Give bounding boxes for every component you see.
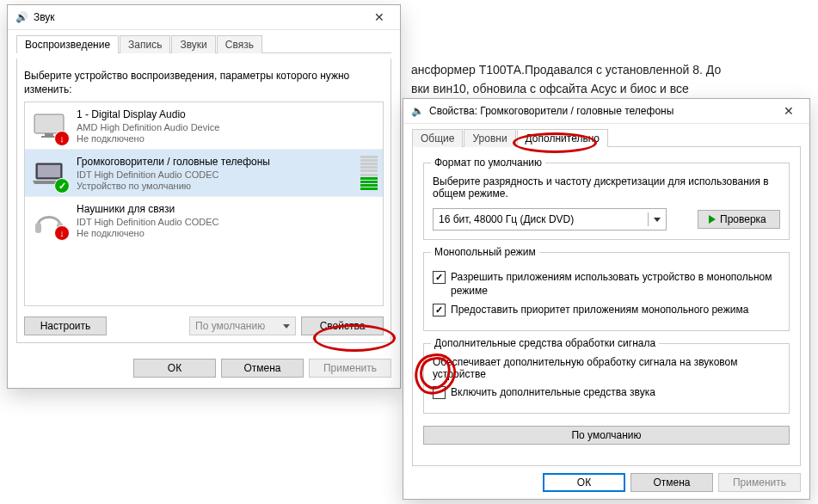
checkbox-icon	[433, 271, 446, 284]
device-status: Не подключено	[77, 133, 219, 144]
close-button[interactable]: ✕	[362, 5, 397, 29]
disconnected-badge-icon: ↓	[54, 225, 70, 241]
disconnected-badge-icon: ↓	[54, 131, 70, 146]
chevron-down-icon	[648, 212, 662, 226]
checkbox-icon	[433, 386, 446, 399]
tab-sounds[interactable]: Звуки	[171, 35, 215, 53]
device-name: Громкоговорители / головные телефоны	[77, 156, 270, 169]
default-badge-icon: ✓	[54, 178, 70, 194]
svg-rect-4	[38, 165, 60, 177]
monitor-icon: ↓	[30, 107, 68, 144]
group-legend: Формат по умолчанию	[431, 157, 545, 169]
sound-window: 🔊 Звук ✕ Воспроизведение Запись Звуки Св…	[7, 4, 401, 389]
tab-communications[interactable]: Связь	[217, 35, 262, 53]
close-button[interactable]: ✕	[772, 99, 806, 123]
playback-tabpage: Выберите устройство воспроизведения, пар…	[16, 58, 391, 343]
checkbox-label: Включить дополнительные средства звука	[451, 385, 655, 399]
checkbox-icon	[433, 304, 446, 317]
apply-button[interactable]: Применить	[718, 473, 801, 492]
tab-playback[interactable]: Воспроизведение	[16, 35, 119, 53]
restore-defaults-button[interactable]: По умолчанию	[423, 426, 790, 445]
ok-button[interactable]: ОК	[543, 473, 625, 492]
svg-rect-5	[35, 223, 41, 233]
ok-button[interactable]: ОК	[133, 359, 216, 378]
signal-enhancements-group: Дополнительные средства обработки сигнал…	[423, 343, 790, 414]
sound-titlebar: 🔊 Звук ✕	[8, 5, 400, 30]
properties-dialog-buttons: ОК Отмена Применить	[403, 466, 809, 499]
properties-titlebar: 🔈 Свойства: Громкоговорители / головные …	[403, 99, 809, 124]
tab-general[interactable]: Общие	[412, 129, 463, 147]
device-list[interactable]: ↓ 1 - Digital Display Audio AMD High Def…	[24, 101, 384, 306]
group-legend: Монопольный режим	[431, 246, 539, 258]
device-row-speakers[interactable]: ✓ Громкоговорители / головные телефоны I…	[25, 149, 383, 196]
background-text: ансформер Т100ТА.Продавался с установлен…	[411, 60, 721, 98]
enable-enhancements-checkbox[interactable]: Включить дополнительные средства звука	[433, 385, 780, 399]
sound-icon: 🔊	[15, 10, 28, 24]
svg-rect-1	[45, 133, 53, 136]
exclusive-mode-group: Монопольный режим Разрешить приложениям …	[423, 252, 790, 331]
sound-dialog-buttons: ОК Отмена Применить	[8, 352, 400, 384]
tab-levels[interactable]: Уровни	[464, 129, 515, 147]
group-legend: Дополнительные средства обработки сигнал…	[431, 337, 659, 349]
default-format-group: Формат по умолчанию Выберите разрядность…	[423, 163, 790, 240]
enhancements-hint: Обеспечивает дополнительную обработку си…	[433, 356, 780, 380]
configure-button[interactable]: Настроить	[24, 317, 107, 335]
chevron-down-icon	[283, 324, 290, 329]
device-status: Не подключено	[77, 228, 218, 238]
format-select[interactable]: 16 бит, 48000 Гц (Диск DVD)	[433, 208, 667, 230]
set-default-dropdown[interactable]: По умолчанию	[189, 317, 296, 335]
apply-button[interactable]: Применить	[309, 359, 391, 378]
play-icon	[709, 215, 716, 224]
device-sub: IDT High Definition Audio CODEC	[77, 216, 218, 228]
test-button[interactable]: Проверка	[698, 210, 780, 229]
allow-exclusive-checkbox[interactable]: Разрешить приложениям использовать устро…	[433, 270, 780, 298]
device-name: Наушники для связи	[77, 203, 218, 216]
tab-recording[interactable]: Запись	[120, 35, 170, 53]
format-select-value: 16 бит, 48000 Гц (Диск DVD)	[439, 213, 574, 225]
device-sub: AMD High Definition Audio Device	[77, 121, 219, 133]
device-row-digital[interactable]: ↓ 1 - Digital Display Audio AMD High Def…	[25, 102, 383, 149]
set-default-label: По умолчанию	[195, 320, 265, 332]
device-row-headphones[interactable]: ↓ Наушники для связи IDT High Definition…	[25, 196, 383, 243]
properties-title: Свойства: Громкоговорители / головные те…	[429, 105, 772, 117]
laptop-icon: ✓	[30, 154, 68, 192]
exclusive-priority-checkbox[interactable]: Предоставить приоритет приложениям моноп…	[433, 303, 780, 317]
device-name: 1 - Digital Display Audio	[77, 108, 219, 121]
instruction-text: Выберите устройство воспроизведения, пар…	[24, 69, 384, 96]
test-button-label: Проверка	[720, 213, 766, 225]
sound-title: Звук	[34, 11, 362, 23]
headphones-icon: ↓	[30, 201, 68, 239]
device-sub: IDT High Definition Audio CODEC	[77, 169, 270, 181]
device-status: Устройство по умолчанию	[77, 181, 270, 191]
sound-tabs: Воспроизведение Запись Звуки Связь	[16, 35, 391, 53]
speaker-icon: 🔈	[410, 104, 424, 118]
tab-advanced[interactable]: Дополнительно	[517, 129, 608, 147]
level-meter	[360, 156, 378, 190]
properties-button[interactable]: Свойства	[301, 317, 384, 335]
cancel-button[interactable]: Отмена	[221, 359, 304, 378]
cancel-button[interactable]: Отмена	[630, 473, 713, 492]
properties-window: 🔈 Свойства: Громкоговорители / головные …	[403, 98, 810, 500]
checkbox-label: Предоставить приоритет приложениям моноп…	[451, 303, 748, 317]
advanced-tabpage: Формат по умолчанию Выберите разрядность…	[412, 147, 801, 466]
checkbox-label: Разрешить приложениям использовать устро…	[451, 270, 780, 298]
properties-tabs: Общие Уровни Дополнительно	[412, 129, 801, 147]
default-format-hint: Выберите разрядность и частоту дискретиз…	[433, 175, 780, 200]
